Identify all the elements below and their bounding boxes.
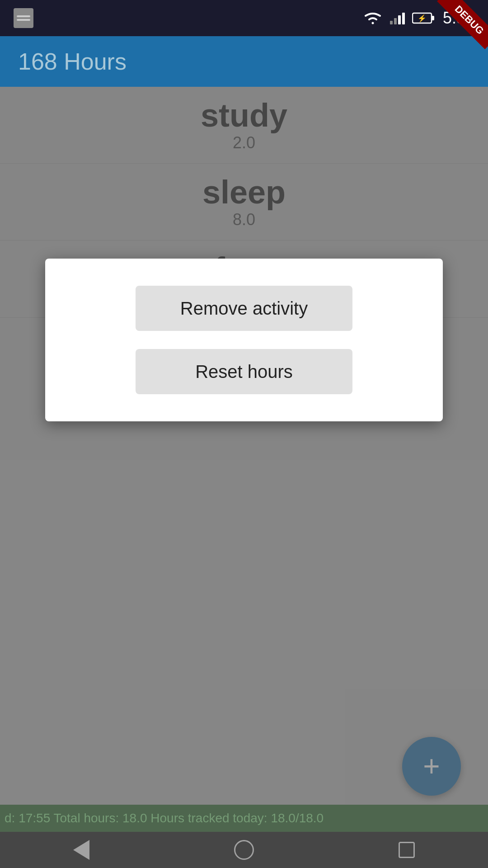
app-bar: 168 Hours — [0, 36, 488, 87]
svg-text:⚡: ⚡ — [418, 14, 427, 23]
battery-icon: ⚡ — [412, 11, 436, 25]
reset-hours-button[interactable]: Reset hours — [136, 349, 352, 394]
signal-icon — [390, 12, 405, 24]
app-icon — [14, 8, 33, 28]
status-bar: DEBUG ⚡ 5:56 — [0, 0, 488, 36]
main-content: study 2.0 sleep 8.0 free 1.0 Remove acti… — [0, 87, 488, 868]
app-title: 168 Hours — [18, 48, 127, 75]
debug-badge: DEBUG — [434, 0, 488, 54]
context-menu-dialog: Remove activity Reset hours — [45, 259, 443, 421]
status-bar-left — [14, 8, 33, 28]
dialog-overlay[interactable] — [0, 87, 488, 868]
debug-label: DEBUG — [437, 0, 488, 49]
remove-activity-button[interactable]: Remove activity — [136, 286, 352, 331]
wifi-icon — [363, 10, 383, 26]
